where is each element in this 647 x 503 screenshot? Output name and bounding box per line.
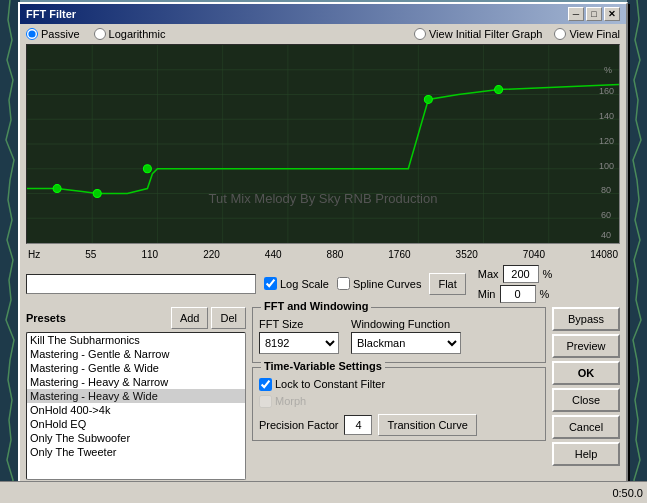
- flat-button[interactable]: Flat: [429, 273, 465, 295]
- waveform-right: [627, 0, 647, 503]
- svg-text:40: 40: [601, 230, 611, 240]
- view-initial-radio-input[interactable]: [414, 28, 426, 40]
- view-final-radio-input[interactable]: [554, 28, 566, 40]
- ok-button[interactable]: OK: [552, 361, 620, 385]
- passive-radio[interactable]: Passive: [26, 28, 80, 40]
- bottom-section: Presets Add Del Kill The SubharmonicsMas…: [26, 307, 620, 496]
- view-initial-radio[interactable]: View Initial Filter Graph: [414, 28, 543, 40]
- svg-point-20: [424, 95, 432, 103]
- svg-text:100: 100: [599, 160, 614, 170]
- preset-name-input[interactable]: [26, 274, 256, 294]
- logarithmic-radio[interactable]: Logarithmic: [94, 28, 166, 40]
- help-button[interactable]: Help: [552, 442, 620, 466]
- content-area: Passive Logarithmic View Initial Filter …: [20, 24, 626, 500]
- waveform-left-svg: [0, 0, 20, 503]
- passive-radio-input[interactable]: [26, 28, 38, 40]
- preview-button[interactable]: Preview: [552, 334, 620, 358]
- max-min-panel: Max % Min %: [478, 265, 553, 303]
- fft-section-title: FFT and Windowing: [261, 300, 371, 312]
- frequency-axis: Hz 55 110 220 440 880 1760 3520 7040 140…: [26, 248, 620, 261]
- minimize-button[interactable]: ─: [568, 7, 584, 21]
- precision-row: Precision Factor Transition Curve: [259, 414, 539, 436]
- windowing-label: Windowing Function: [351, 318, 461, 330]
- svg-point-18: [93, 189, 101, 197]
- fft-size-col: FFT Size 256 512 1024 2048 4096 8192 163…: [259, 318, 339, 354]
- logarithmic-radio-input[interactable]: [94, 28, 106, 40]
- presets-list[interactable]: Kill The SubharmonicsMastering - Gentle …: [26, 332, 246, 480]
- maximize-button[interactable]: □: [586, 7, 602, 21]
- svg-text:Tut Mix Melody By Sky RNB Prod: Tut Mix Melody By Sky RNB Production: [209, 191, 438, 206]
- radio-group-left: Passive Logarithmic: [26, 28, 165, 40]
- svg-point-19: [143, 164, 151, 172]
- close-button[interactable]: ✕: [604, 7, 620, 21]
- svg-text:%: %: [604, 64, 612, 74]
- del-preset-button[interactable]: Del: [211, 307, 246, 329]
- fft-panel: FFT and Windowing FFT Size 256 512 1024 …: [252, 307, 546, 496]
- title-bar-buttons: ─ □ ✕: [568, 7, 620, 21]
- morph-checkbox: [259, 395, 272, 408]
- max-row: Max %: [478, 265, 553, 283]
- max-input[interactable]: [503, 265, 539, 283]
- mode-radio-row: Passive Logarithmic View Initial Filter …: [26, 28, 620, 40]
- title-bar: FFT Filter ─ □ ✕: [20, 4, 626, 24]
- main-window: FFT Filter ─ □ ✕ Passive Logarithmic: [18, 2, 628, 502]
- min-input[interactable]: [500, 285, 536, 303]
- lock-filter-checkbox-label[interactable]: Lock to Constant Filter: [259, 378, 539, 391]
- time-section-title: Time-Variable Settings: [261, 360, 385, 372]
- presets-header: Presets Add Del: [26, 307, 246, 329]
- presets-title: Presets: [26, 312, 66, 324]
- window-title: FFT Filter: [26, 8, 76, 20]
- lock-filter-label: Lock to Constant Filter: [275, 378, 385, 390]
- svg-text:60: 60: [601, 210, 611, 220]
- spline-curves-checkbox-label[interactable]: Spline Curves: [337, 277, 421, 290]
- waveform-right-svg: [627, 0, 647, 503]
- filter-graph[interactable]: Tut Mix Melody By Sky RNB Production % 1…: [26, 44, 620, 244]
- windowing-select[interactable]: Rectangular Bartlett Blackman Hann Hammi…: [351, 332, 461, 354]
- view-final-radio[interactable]: View Final: [554, 28, 620, 40]
- cancel-button[interactable]: Cancel: [552, 415, 620, 439]
- bypass-button[interactable]: Bypass: [552, 307, 620, 331]
- add-preset-button[interactable]: Add: [171, 307, 209, 329]
- morph-label: Morph: [275, 395, 306, 407]
- fft-windowing-section: FFT and Windowing FFT Size 256 512 1024 …: [252, 307, 546, 363]
- presets-panel: Presets Add Del Kill The SubharmonicsMas…: [26, 307, 246, 496]
- taskbar-time: 0:50.0: [612, 487, 643, 499]
- log-scale-checkbox[interactable]: [264, 277, 277, 290]
- svg-text:120: 120: [599, 136, 614, 146]
- precision-label: Precision Factor: [259, 419, 338, 431]
- action-buttons-panel: Bypass Preview OK Close Cancel Help: [552, 307, 620, 496]
- svg-point-21: [495, 85, 503, 93]
- close-button-action[interactable]: Close: [552, 388, 620, 412]
- min-row: Min %: [478, 285, 553, 303]
- svg-text:140: 140: [599, 111, 614, 121]
- waveform-left: [0, 0, 20, 503]
- precision-input[interactable]: [344, 415, 372, 435]
- controls-row: Log Scale Spline Curves Flat Max % Min %: [26, 265, 620, 303]
- log-scale-checkbox-label[interactable]: Log Scale: [264, 277, 329, 290]
- time-variable-section: Time-Variable Settings Lock to Constant …: [252, 367, 546, 441]
- filter-graph-svg: Tut Mix Melody By Sky RNB Production % 1…: [27, 45, 619, 243]
- morph-checkbox-label[interactable]: Morph: [259, 395, 539, 408]
- svg-text:160: 160: [599, 86, 614, 96]
- spline-curves-checkbox[interactable]: [337, 277, 350, 290]
- preset-action-buttons: Add Del: [171, 307, 246, 329]
- svg-text:80: 80: [601, 185, 611, 195]
- radio-group-right: View Initial Filter Graph View Final: [414, 28, 620, 40]
- fft-size-select[interactable]: 256 512 1024 2048 4096 8192 16384: [259, 332, 339, 354]
- fft-row: FFT Size 256 512 1024 2048 4096 8192 163…: [259, 318, 539, 354]
- svg-point-17: [53, 184, 61, 192]
- lock-filter-checkbox[interactable]: [259, 378, 272, 391]
- fft-size-label: FFT Size: [259, 318, 339, 330]
- taskbar: 0:50.0: [0, 481, 647, 503]
- windowing-col: Windowing Function Rectangular Bartlett …: [351, 318, 461, 354]
- transition-curve-button[interactable]: Transition Curve: [378, 414, 476, 436]
